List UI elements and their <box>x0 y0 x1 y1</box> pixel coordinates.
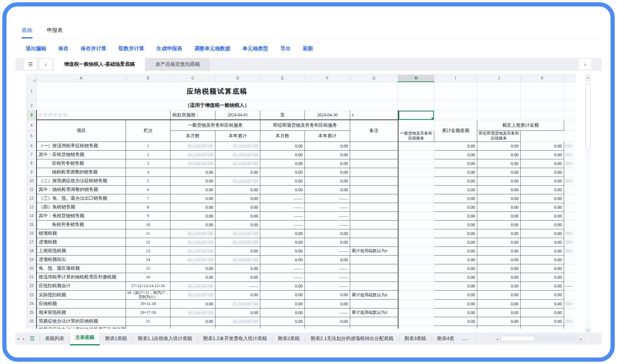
save-button[interactable]: 保存 <box>58 45 69 52</box>
vertical-scrollbar[interactable]: ▴ ▾ <box>585 75 591 334</box>
header-cumulative-diff[interactable]: 累计金额差额 <box>434 120 477 141</box>
cell-J8[interactable]: 0.00 <box>477 159 521 168</box>
cell-E22[interactable]: 0.00 <box>260 281 305 290</box>
cell-J12[interactable]: 0.00 <box>477 194 521 203</box>
cell-C17[interactable]: 81,234,567.89 <box>171 238 215 246</box>
cell-F23[interactable]: 0.00 <box>305 290 350 299</box>
cell-L5[interactable] <box>521 130 564 141</box>
cell-L3[interactable] <box>564 110 576 120</box>
cell-F17[interactable]: 0.00 <box>305 238 350 246</box>
cell-G24[interactable] <box>350 299 398 308</box>
cell-C21[interactable]: 0.00 <box>171 273 215 281</box>
cell-J22[interactable]: 0.00 <box>477 281 521 290</box>
cell-period-label[interactable]: 税款所属期： <box>171 110 215 120</box>
cell-D20[interactable]: 0.00 <box>215 264 260 273</box>
cell-G3[interactable]: 4 <box>350 110 398 120</box>
row-header-10[interactable]: 10 <box>27 176 37 185</box>
cell-G16[interactable] <box>350 229 398 238</box>
sheet-tab-9[interactable]: 附表4底 <box>432 332 459 345</box>
hamburger-icon[interactable]: ☰ <box>24 59 37 70</box>
cell-A23[interactable]: 实际抵扣税额 <box>37 290 126 299</box>
cell-F21[interactable]: —— <box>305 273 350 281</box>
cell-B26[interactable]: 21 <box>126 317 171 326</box>
cell-B27[interactable] <box>126 326 171 329</box>
adjust-cell-data-button[interactable]: 调整单元格数据 <box>195 45 231 52</box>
cell-C26[interactable]: 0.00 <box>171 317 215 326</box>
column-header-E[interactable]: E <box>260 75 305 82</box>
cell-L24[interactable]: 2024 <box>564 299 576 308</box>
cell-A19[interactable]: 进项税额转出 <box>37 255 126 264</box>
cell-H18[interactable] <box>398 246 434 255</box>
cell-B22[interactable]: 17=12+13-14-15+16 <box>126 281 171 290</box>
row-header-5[interactable]: 5 <box>27 130 37 141</box>
cell-L26[interactable]: 2024 <box>564 317 576 326</box>
cell-C14[interactable]: 0.00 <box>171 211 215 220</box>
cell-title[interactable]: 应纳税额试算底稿 <box>37 82 398 100</box>
cell-L2[interactable] <box>564 100 576 110</box>
cell-A16[interactable]: 销项税额 <box>37 229 126 238</box>
cell-E26[interactable]: 0.00 <box>260 317 305 326</box>
cell-J1[interactable] <box>477 82 521 100</box>
cell-A25[interactable]: 期末留抵税额 <box>37 308 126 317</box>
cell-C25[interactable]: 81,234,567.89 <box>171 308 215 317</box>
cell-D23[interactable]: 0.00 <box>215 290 260 299</box>
cell-L9[interactable] <box>564 168 576 176</box>
cell-L13[interactable] <box>564 203 576 211</box>
cell-L14[interactable] <box>564 211 576 220</box>
cell-F12[interactable]: —— <box>305 194 350 203</box>
cell-A24[interactable]: 应纳税额 <box>37 299 126 308</box>
cell-D15[interactable]: 0.00 <box>215 220 260 229</box>
cell-C8[interactable]: 81,234,567.89 <box>171 159 215 168</box>
cell-F15[interactable]: —— <box>305 220 350 229</box>
cell-C20[interactable]: 0.00 <box>171 264 215 273</box>
cell-C19[interactable]: 81,234,567.89 <box>171 255 215 264</box>
scroll-up-icon[interactable]: ▴ <box>585 75 591 81</box>
cell-I1[interactable] <box>434 82 477 100</box>
header-remark[interactable]: 备注 <box>350 120 398 141</box>
select-all-corner[interactable] <box>27 75 37 82</box>
cell-I13[interactable]: 0.00 <box>434 203 477 211</box>
chevron-left-icon[interactable]: ‹ <box>40 59 52 70</box>
cell-J24[interactable]: 0.00 <box>477 299 521 308</box>
cell-K3[interactable] <box>521 110 564 120</box>
cell-C9[interactable]: 0.00 <box>171 168 215 176</box>
cell-K15[interactable]: 0.00 <box>521 220 564 229</box>
cell-G13[interactable] <box>350 203 398 211</box>
row-header-15[interactable]: 15 <box>27 220 37 229</box>
cell-H6[interactable] <box>398 141 434 150</box>
vertical-scroll-track[interactable] <box>585 81 591 328</box>
cell-I21[interactable]: 0.00 <box>434 273 477 281</box>
cell-J19[interactable]: 0.00 <box>477 255 521 264</box>
cell-I10[interactable]: 0.00 <box>434 176 477 185</box>
cell-C12[interactable]: 0.00 <box>171 194 215 203</box>
tab-declaration[interactable]: 申报表 <box>47 27 63 38</box>
sheet-prev-icon[interactable]: ◂ <box>17 337 19 341</box>
cell-F18[interactable]: —— <box>305 246 350 255</box>
refresh-button[interactable]: 刷新 <box>303 45 313 52</box>
row-header-23[interactable]: 23 <box>27 290 37 299</box>
cell-taxpayer-redacted[interactable]: ✔ ✔ ✔ ✔ ✔ ✔ . <box>37 110 171 120</box>
cell-C18[interactable]: 81,234,567.89 <box>171 246 215 255</box>
cell-B21[interactable]: 16 <box>126 273 171 281</box>
cell-D24[interactable]: 81,234,567.89 <box>215 299 260 308</box>
cell-J27[interactable] <box>477 326 521 329</box>
drag-handle-icon[interactable]: ⁞ <box>475 336 477 341</box>
selected-cell-H3[interactable] <box>398 110 434 120</box>
cell-E11[interactable]: 0.00 <box>260 185 305 194</box>
generate-return-button[interactable]: 生成申报表 <box>156 45 182 52</box>
cell-K1[interactable] <box>521 82 564 100</box>
cell-B13[interactable]: 8 <box>126 203 171 211</box>
cell-C7[interactable]: 81,234,567.89 <box>171 150 215 159</box>
cell-I14[interactable]: 0.00 <box>434 211 477 220</box>
workbook-tab-farm-products[interactable]: 农产品核定抵扣底稿 <box>145 58 210 71</box>
cell-period-start[interactable]: 2024-04-01 <box>215 110 260 120</box>
chevron-right-icon[interactable]: › <box>579 59 591 70</box>
cell-I12[interactable]: 0.00 <box>434 194 477 203</box>
cell-L21[interactable] <box>564 273 576 281</box>
cell-I18[interactable]: 0.00 <box>434 246 477 255</box>
cell-H27[interactable] <box>398 326 434 329</box>
cell-L1[interactable] <box>564 82 576 100</box>
cell-K21[interactable]: 0.00 <box>521 273 564 281</box>
cell-K9[interactable]: 0.00 <box>521 168 564 176</box>
row-header-4[interactable]: 4 <box>27 120 37 130</box>
